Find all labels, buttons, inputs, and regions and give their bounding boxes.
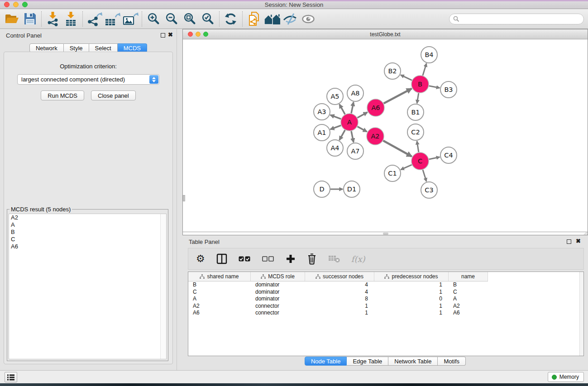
- result-item-b[interactable]: B: [9, 229, 166, 236]
- network-vertical-scroll-thumb[interactable]: [183, 195, 185, 201]
- table-row-a2[interactable]: A2connector11A2: [188, 303, 488, 310]
- edge-A-A5[interactable]: [339, 104, 345, 114]
- network-graph[interactable]: AA1A2A3A4A5A6A7A8BB1B2B3B4CC1C2C3C4DD1: [183, 39, 588, 232]
- tab-edge-table[interactable]: Edge Table: [347, 357, 388, 366]
- column-header-shared-name[interactable]: shared name: [188, 272, 251, 281]
- network-canvas[interactable]: AA1A2A3A4A5A6A7A8BB1B2B3B4CC1C2C3C4DD1: [183, 39, 588, 232]
- mcds-result-title: MCDS result (5 nodes): [10, 206, 72, 213]
- column-header-successor-nodes[interactable]: successor nodes: [305, 272, 374, 281]
- network-horizontal-scrollbar[interactable]: [183, 232, 588, 235]
- zoom-fit-button[interactable]: [181, 10, 199, 28]
- resize-grip-icon[interactable]: [582, 232, 588, 235]
- zoom-selected-button[interactable]: [199, 10, 217, 28]
- tab-style[interactable]: Style: [64, 43, 89, 52]
- export-image-button[interactable]: [121, 10, 139, 28]
- cell: dominator: [251, 289, 305, 296]
- show-all-button[interactable]: [299, 10, 317, 28]
- edge-C-C4[interactable]: [429, 157, 440, 159]
- edge-B-B1[interactable]: [417, 93, 419, 104]
- select-all-button[interactable]: [239, 256, 251, 262]
- table-row-a[interactable]: Adominator80A: [188, 295, 488, 303]
- tab-network-table[interactable]: Network Table: [388, 357, 438, 366]
- close-window-button[interactable]: [4, 2, 10, 7]
- edge-A-A7[interactable]: [351, 131, 354, 143]
- open-session-button[interactable]: [3, 10, 21, 28]
- first-neighbors-button[interactable]: [263, 10, 281, 28]
- result-item-a6[interactable]: A6: [9, 243, 166, 250]
- tab-network[interactable]: Network: [29, 43, 64, 52]
- network-zoom-button[interactable]: [203, 32, 208, 37]
- table-row-c[interactable]: Cdominator41C: [188, 289, 488, 296]
- edge-C-C1[interactable]: [401, 165, 411, 170]
- minimize-window-button[interactable]: [13, 2, 19, 7]
- table-settings-button[interactable]: ⚙: [196, 254, 205, 264]
- tab-node-table[interactable]: Node Table: [305, 357, 347, 366]
- network-window-title: testGlobe.txt: [183, 29, 588, 39]
- column-header-name[interactable]: name: [449, 272, 488, 281]
- column-header-predecessor-nodes[interactable]: predecessor nodes: [374, 272, 449, 281]
- unchecked-boxes-icon: [262, 256, 274, 262]
- import-table-button[interactable]: [62, 10, 80, 28]
- edge-A-A3[interactable]: [330, 115, 341, 119]
- apply-layout-button[interactable]: [222, 10, 240, 28]
- table-row-b[interactable]: Bdominator41B: [188, 281, 488, 289]
- node-table[interactable]: shared nameMCDS rolesuccessor nodesprede…: [188, 272, 584, 356]
- export-network-button[interactable]: [85, 10, 103, 28]
- columns-icon: [216, 253, 227, 264]
- new-network-from-selection-button[interactable]: [245, 10, 263, 28]
- memory-button[interactable]: Memory: [548, 372, 584, 382]
- toolbar-separator: [82, 11, 83, 27]
- delete-columns-button[interactable]: [307, 253, 317, 265]
- result-item-a[interactable]: A: [9, 221, 166, 229]
- new-column-button[interactable]: [286, 254, 296, 264]
- mcds-result-list[interactable]: A2ABCA6: [9, 214, 167, 359]
- result-item-a2[interactable]: A2: [9, 214, 166, 221]
- edge-A-A6[interactable]: [358, 112, 368, 118]
- zoom-in-button[interactable]: [144, 10, 163, 28]
- tab-select[interactable]: Select: [89, 43, 118, 52]
- show-columns-button[interactable]: [216, 253, 227, 264]
- edge-C-C2[interactable]: [417, 141, 419, 152]
- function-builder-button[interactable]: f(x): [351, 254, 365, 264]
- table-float-icon[interactable]: [567, 239, 571, 244]
- task-history-button[interactable]: [5, 372, 17, 382]
- tab-motifs[interactable]: Motifs: [438, 357, 466, 366]
- float-panel-icon[interactable]: [161, 33, 165, 38]
- node-label-C3: C3: [425, 186, 433, 194]
- network-minimize-button[interactable]: [196, 32, 201, 37]
- result-list-scrollbar[interactable]: [160, 214, 166, 359]
- run-mcds-button[interactable]: Run MCDS: [41, 91, 84, 100]
- edge-C-C3[interactable]: [423, 170, 426, 181]
- criterion-dropdown[interactable]: largest connected component (directed): [17, 74, 159, 85]
- network-horizontal-scroll-thumb[interactable]: [383, 233, 388, 235]
- delete-table-button[interactable]: [328, 255, 340, 263]
- table-row-a6[interactable]: A6connector11A6: [188, 310, 488, 317]
- hide-selected-button[interactable]: [281, 10, 299, 28]
- tab-mcds[interactable]: MCDS: [118, 43, 147, 52]
- edge-B-B3[interactable]: [429, 86, 440, 88]
- export-table-button[interactable]: [103, 10, 121, 28]
- edge-B-B2[interactable]: [401, 75, 412, 81]
- column-header-MCDS-role[interactable]: MCDS role: [251, 272, 305, 281]
- import-network-button[interactable]: [44, 10, 62, 28]
- edge-A-A4[interactable]: [339, 130, 345, 140]
- toolbar-search[interactable]: [449, 14, 584, 24]
- deselect-all-button[interactable]: [262, 256, 274, 262]
- table-scrollbar[interactable]: [579, 272, 583, 356]
- control-panel-header: Control Panel ✖: [0, 29, 177, 42]
- edge-A2-C[interactable]: [383, 141, 412, 157]
- close-panel-icon[interactable]: ✖: [168, 31, 173, 38]
- table-close-icon[interactable]: ✖: [576, 238, 581, 244]
- save-session-button[interactable]: [21, 10, 39, 28]
- edge-A-A1[interactable]: [330, 125, 341, 129]
- zoom-out-button[interactable]: [163, 10, 181, 28]
- search-input[interactable]: [462, 15, 580, 23]
- edge-A6-B[interactable]: [384, 89, 412, 104]
- edge-A-A8[interactable]: [351, 102, 354, 114]
- edge-A-A2[interactable]: [358, 127, 367, 132]
- result-item-c[interactable]: C: [9, 236, 166, 243]
- network-close-button[interactable]: [188, 32, 193, 37]
- zoom-window-button[interactable]: [22, 2, 28, 7]
- edge-B-B4[interactable]: [423, 63, 426, 76]
- close-panel-button[interactable]: Close panel: [91, 91, 136, 100]
